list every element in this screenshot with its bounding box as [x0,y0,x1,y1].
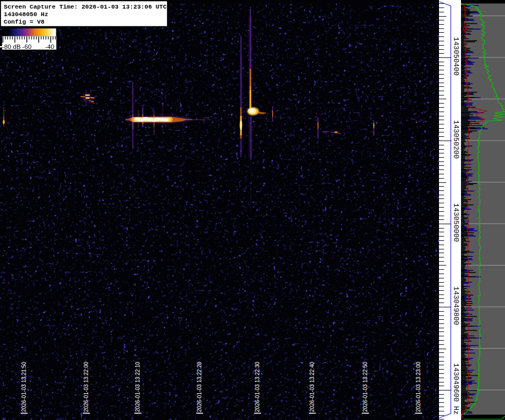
svg-text:143050200: 143050200 [452,120,460,159]
svg-text:2026-01-03 13:22:10: 2026-01-03 13:22:10 [135,362,141,412]
svg-text:2026-01-03 13:22:50: 2026-01-03 13:22:50 [362,362,368,412]
svg-text:Config = V8: Config = V8 [4,18,45,25]
svg-text:2026-01-03 13:22:20: 2026-01-03 13:22:20 [196,362,202,412]
svg-text:-80 dB -60: -80 dB -60 [2,43,32,50]
svg-text:143050400: 143050400 [452,37,460,76]
svg-text:2026-01-03 13:22:40: 2026-01-03 13:22:40 [309,362,315,412]
svg-text:-40: -40 [45,43,54,50]
svg-text:2026-01-03 13:22:00: 2026-01-03 13:22:00 [83,362,89,412]
svg-text:Screen Capture Time: 2026-01-0: Screen Capture Time: 2026-01-03 13:23:06… [4,3,167,10]
svg-text:143049800: 143049800 [452,286,460,325]
svg-text:143049600 Hz: 143049600 Hz [452,363,460,415]
svg-text:2026-01-03 13:21:50: 2026-01-03 13:21:50 [21,362,27,412]
svg-text:143048050 Hz: 143048050 Hz [4,11,48,18]
svg-text:2026-01-03 13:23:00: 2026-01-03 13:23:00 [415,362,421,412]
svg-text:2026-01-03 13:22:30: 2026-01-03 13:22:30 [254,362,260,412]
svg-text:143050000: 143050000 [452,203,460,242]
